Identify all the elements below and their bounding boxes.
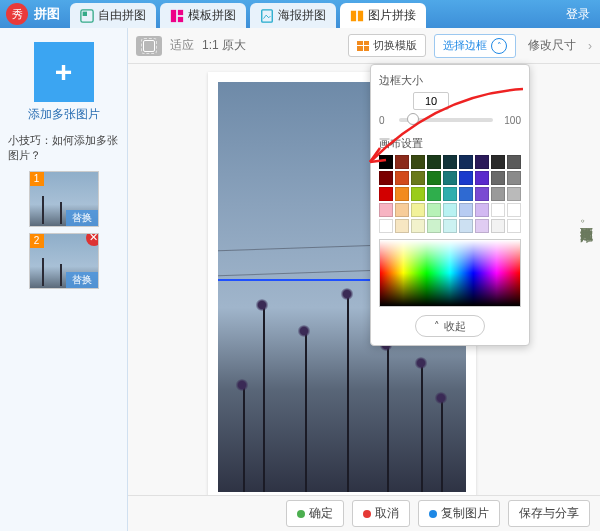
fit-icon: [143, 40, 155, 52]
chevron-up-icon: ˄: [491, 38, 507, 54]
color-swatch[interactable]: [395, 219, 409, 233]
fit-button[interactable]: [136, 36, 162, 56]
app-title: 拼图: [34, 5, 60, 23]
replace-button[interactable]: 替换: [66, 272, 98, 288]
grid-icon: [357, 41, 369, 51]
color-swatch[interactable]: [427, 203, 441, 217]
svg-rect-2: [171, 9, 176, 21]
switch-template-button[interactable]: 切换模版: [348, 34, 426, 57]
collapse-label: 收起: [444, 319, 466, 334]
sidebar: + 添加多张图片 小技巧：如何添加多张图片？ 1 替换 2 ✕ 替换: [0, 28, 128, 531]
footer: 确定 取消 复制图片 保存与分享: [128, 495, 600, 531]
color-swatch[interactable]: [411, 187, 425, 201]
color-swatch[interactable]: [395, 203, 409, 217]
select-border-button[interactable]: 选择边框 ˄: [434, 34, 516, 58]
color-swatch[interactable]: [395, 171, 409, 185]
color-swatches: [379, 155, 521, 233]
color-swatch[interactable]: [379, 219, 393, 233]
tab-poster-collage[interactable]: 海报拼图: [250, 3, 336, 28]
color-swatch[interactable]: [379, 155, 393, 169]
color-swatch[interactable]: [411, 203, 425, 217]
slider-track[interactable]: [399, 118, 493, 122]
cancel-button[interactable]: 取消: [352, 500, 410, 527]
color-swatch[interactable]: [427, 155, 441, 169]
color-swatch[interactable]: [491, 187, 505, 201]
color-swatch[interactable]: [475, 203, 489, 217]
chevron-up-icon: ˄: [434, 320, 440, 333]
replace-button[interactable]: 替换: [66, 210, 98, 226]
image-stitch-icon: [350, 9, 364, 23]
tab-image-stitch[interactable]: 图片拼接: [340, 3, 426, 28]
border-size-label: 边框大小: [379, 73, 521, 88]
color-swatch[interactable]: [491, 219, 505, 233]
remove-thumbnail-icon[interactable]: ✕: [86, 233, 99, 246]
color-spectrum[interactable]: [379, 239, 521, 307]
color-swatch[interactable]: [507, 155, 521, 169]
color-swatch[interactable]: [427, 219, 441, 233]
tab-label: 图片拼接: [368, 7, 416, 24]
color-swatch[interactable]: [459, 203, 473, 217]
app-logo-icon: 秀: [6, 3, 28, 25]
zoom-ratio: 1:1 原大: [202, 37, 246, 54]
copy-image-button[interactable]: 复制图片: [418, 500, 500, 527]
color-swatch[interactable]: [507, 219, 521, 233]
color-swatch[interactable]: [395, 155, 409, 169]
tab-label: 海报拼图: [278, 7, 326, 24]
color-swatch[interactable]: [395, 187, 409, 201]
thumbnail-item[interactable]: 1 替换: [29, 171, 99, 227]
svg-rect-1: [83, 11, 87, 15]
resize-button[interactable]: 修改尺寸: [524, 37, 580, 54]
slider-max: 100: [497, 115, 521, 126]
color-swatch[interactable]: [443, 219, 457, 233]
color-swatch[interactable]: [459, 171, 473, 185]
free-collage-icon: [80, 9, 94, 23]
color-swatch[interactable]: [379, 203, 393, 217]
color-swatch[interactable]: [459, 155, 473, 169]
add-images-label[interactable]: 添加多张图片: [8, 106, 119, 123]
color-swatch[interactable]: [443, 171, 457, 185]
ok-button[interactable]: 确定: [286, 500, 344, 527]
thumbnail-number: 1: [30, 172, 44, 186]
tip-link[interactable]: 小技巧：如何添加多张图片？: [8, 133, 119, 163]
login-link[interactable]: 登录: [566, 6, 590, 23]
collapse-button[interactable]: ˄ 收起: [415, 315, 485, 337]
add-images-button[interactable]: +: [34, 42, 94, 102]
color-swatch[interactable]: [411, 219, 425, 233]
color-swatch[interactable]: [475, 187, 489, 201]
poster-collage-icon: [260, 9, 274, 23]
tab-template-collage[interactable]: 模板拼图: [160, 3, 246, 28]
fit-label: 适应: [170, 37, 194, 54]
thumbnail-item[interactable]: 2 ✕ 替换: [29, 233, 99, 289]
slider-handle[interactable]: [407, 113, 419, 125]
color-swatch[interactable]: [443, 187, 457, 201]
color-swatch[interactable]: [507, 171, 521, 185]
color-swatch[interactable]: [475, 155, 489, 169]
color-swatch[interactable]: [427, 171, 441, 185]
color-swatch[interactable]: [507, 187, 521, 201]
color-swatch[interactable]: [459, 187, 473, 201]
border-size-input[interactable]: 10: [413, 92, 449, 110]
tab-free-collage[interactable]: 自由拼图: [70, 3, 156, 28]
color-swatch[interactable]: [379, 171, 393, 185]
color-swatch[interactable]: [379, 187, 393, 201]
template-collage-icon: [170, 9, 184, 23]
color-swatch[interactable]: [491, 155, 505, 169]
color-swatch[interactable]: [507, 203, 521, 217]
color-swatch[interactable]: [475, 171, 489, 185]
color-swatch[interactable]: [411, 171, 425, 185]
color-swatch[interactable]: [443, 155, 457, 169]
color-swatch[interactable]: [443, 203, 457, 217]
save-share-button[interactable]: 保存与分享: [508, 500, 590, 527]
color-swatch[interactable]: [459, 219, 473, 233]
plus-icon: +: [55, 57, 73, 87]
color-swatch[interactable]: [475, 219, 489, 233]
color-swatch[interactable]: [491, 171, 505, 185]
main: + 添加多张图片 小技巧：如何添加多张图片？ 1 替换 2 ✕ 替换 适应 1:…: [0, 28, 600, 531]
color-swatch[interactable]: [411, 155, 425, 169]
border-size-slider[interactable]: 0 100: [379, 110, 521, 130]
slider-min: 0: [379, 115, 395, 126]
color-swatch[interactable]: [427, 187, 441, 201]
color-swatch[interactable]: [491, 203, 505, 217]
toolbar: 适应 1:1 原大 切换模版 选择边框 ˄ 修改尺寸 ›: [128, 28, 600, 64]
tab-label: 模板拼图: [188, 7, 236, 24]
